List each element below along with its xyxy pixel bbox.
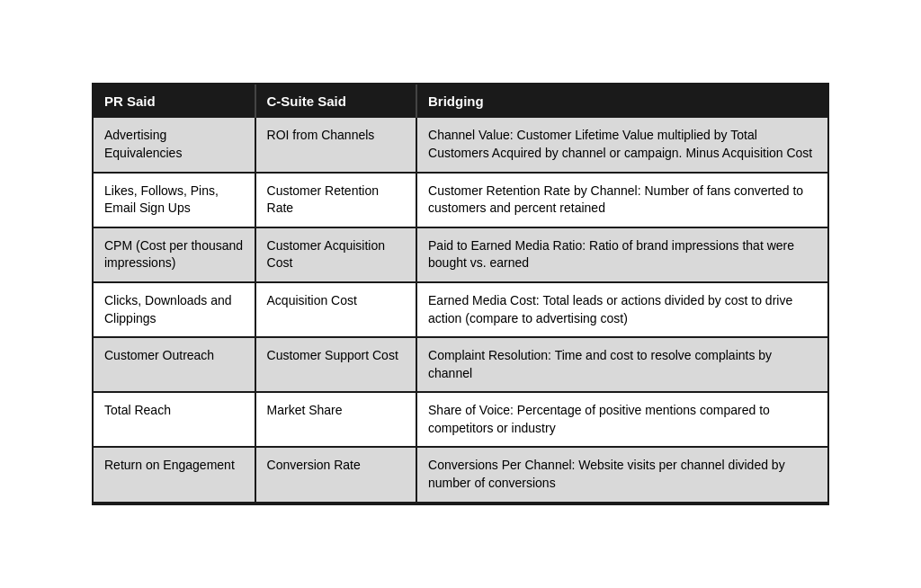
header-bridging: Bridging <box>416 85 827 118</box>
cell-csuite-said: Conversion Rate <box>255 447 417 502</box>
table-row: Return on EngagementConversion RateConve… <box>94 447 827 502</box>
cell-bridging: Complaint Resolution: Time and cost to r… <box>416 337 827 392</box>
header-pr-said: PR Said <box>94 85 255 118</box>
cell-pr-said: Clicks, Downloads and Clippings <box>94 282 255 337</box>
cell-pr-said: Likes, Follows, Pins, Email Sign Ups <box>94 173 255 227</box>
cell-pr-said: CPM (Cost per thousand impressions) <box>94 227 255 282</box>
cell-pr-said: Return on Engagement <box>94 447 255 502</box>
cell-bridging: Conversions Per Channel: Website visits … <box>416 447 827 502</box>
comparison-table: PR Said C-Suite Said Bridging Advertisin… <box>94 85 827 503</box>
header-csuite-said: C-Suite Said <box>255 85 417 118</box>
cell-csuite-said: ROI from Channels <box>255 118 417 172</box>
cell-csuite-said: Customer Acquisition Cost <box>255 227 417 282</box>
cell-bridging: Paid to Earned Media Ratio: Ratio of bra… <box>416 227 827 282</box>
cell-csuite-said: Acquisition Cost <box>255 282 417 337</box>
cell-pr-said: Advertising Equivalencies <box>94 118 255 172</box>
main-table-container: PR Said C-Suite Said Bridging Advertisin… <box>92 83 829 504</box>
cell-csuite-said: Market Share <box>255 392 417 447</box>
cell-csuite-said: Customer Support Cost <box>255 337 417 392</box>
cell-pr-said: Total Reach <box>94 392 255 447</box>
table-row: Advertising EquivalenciesROI from Channe… <box>94 118 827 172</box>
cell-bridging: Earned Media Cost: Total leads or action… <box>416 282 827 337</box>
cell-pr-said: Customer Outreach <box>94 337 255 392</box>
cell-bridging: Channel Value: Customer Lifetime Value m… <box>416 118 827 172</box>
table-row: Likes, Follows, Pins, Email Sign UpsCust… <box>94 173 827 227</box>
cell-bridging: Customer Retention Rate by Channel: Numb… <box>416 173 827 227</box>
table-row: CPM (Cost per thousand impressions)Custo… <box>94 227 827 282</box>
table-row: Clicks, Downloads and ClippingsAcquisiti… <box>94 282 827 337</box>
cell-csuite-said: Customer Retention Rate <box>255 173 417 227</box>
cell-bridging: Share of Voice: Percentage of positive m… <box>416 392 827 447</box>
table-header-row: PR Said C-Suite Said Bridging <box>94 85 827 118</box>
table-row: Total ReachMarket ShareShare of Voice: P… <box>94 392 827 447</box>
table-row: Customer OutreachCustomer Support CostCo… <box>94 337 827 392</box>
